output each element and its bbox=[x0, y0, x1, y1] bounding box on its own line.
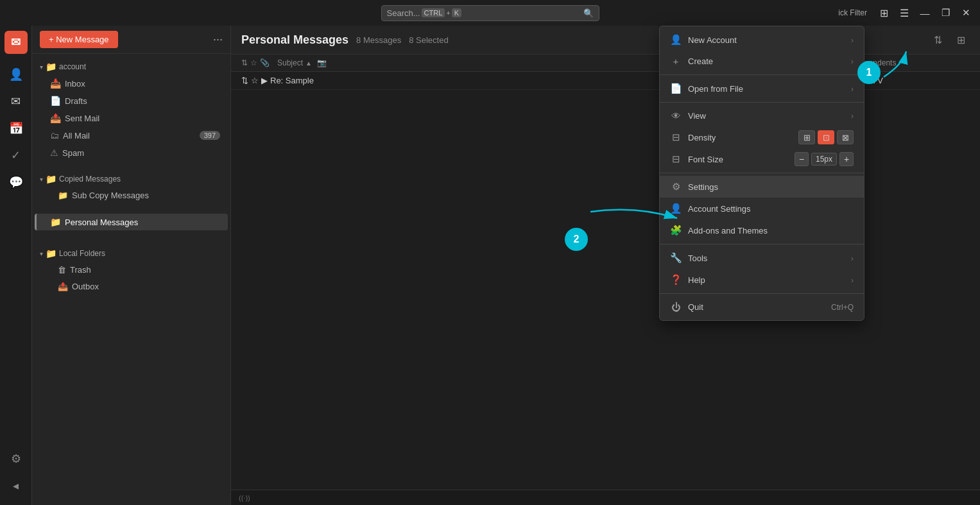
account-name: account bbox=[59, 62, 86, 71]
quit-icon: ⏻ bbox=[670, 302, 682, 312]
tools-icon: 🔧 bbox=[670, 252, 682, 264]
font-size-decrease-btn[interactable]: − bbox=[795, 152, 809, 166]
spam-icon: ⚠ bbox=[50, 148, 58, 158]
col-attach-icon: 📎 bbox=[260, 58, 270, 67]
main-content: Personal Messages 8 Messages 8 Selected … bbox=[231, 26, 980, 505]
nav-icon-calendar[interactable]: 📅 bbox=[4, 117, 28, 140]
view-label: View bbox=[688, 111, 845, 121]
view-toggle-button[interactable]: ⊞ bbox=[875, 4, 893, 22]
folder-item-sub-copy[interactable]: 📁 Sub Copy Messages bbox=[35, 187, 228, 203]
titlebar: Search... CTRL + K 🔍 ick Filter ⊞ ☰ — ❐ … bbox=[0, 0, 980, 26]
restore-button[interactable]: ❐ bbox=[936, 4, 954, 22]
close-button[interactable]: ✕ bbox=[957, 4, 975, 22]
account-settings-label: Account Settings bbox=[688, 204, 854, 214]
local-folder-icon: 📁 bbox=[46, 248, 56, 259]
folder-item-spam[interactable]: ⚠ Spam bbox=[35, 144, 228, 161]
density-spacious-btn[interactable]: ⊠ bbox=[837, 130, 854, 144]
view-arrow: › bbox=[851, 111, 854, 121]
table-header: ⇅ ☆ 📎 Subject ▲ 📷 Correspondents bbox=[231, 55, 980, 72]
expand-local-icon: ▾ bbox=[40, 250, 43, 257]
menu-item-new-account[interactable]: 👤 New Account › bbox=[660, 29, 864, 51]
density-normal-btn[interactable]: ⊡ bbox=[818, 130, 834, 144]
open-file-arrow: › bbox=[851, 84, 854, 94]
minimize-button[interactable]: — bbox=[916, 4, 934, 22]
menu-item-font-size: ⊟ Font Size − 15px + bbox=[660, 148, 864, 170]
sent-mail-icon: 📤 bbox=[50, 113, 61, 123]
divider-2 bbox=[660, 102, 864, 103]
help-arrow: › bbox=[851, 275, 854, 285]
divider-5 bbox=[660, 293, 864, 294]
font-size-increase-btn[interactable]: + bbox=[839, 152, 854, 166]
nav-icon-mail[interactable]: ✉ bbox=[4, 90, 28, 113]
col-flag-icon: ⇅ bbox=[241, 58, 248, 67]
create-prefix-icon: + bbox=[670, 56, 682, 67]
grid-view-button[interactable]: ⊞ bbox=[952, 31, 970, 49]
status-bar: ((·)) bbox=[231, 490, 980, 505]
density-compact-btn[interactable]: ⊞ bbox=[798, 130, 815, 144]
menu-item-create[interactable]: + Create › bbox=[660, 51, 864, 72]
icon-sidebar: ✉ 👤 ✉ 📅 ✓ 💬 ⚙ ◂ bbox=[0, 26, 32, 505]
nav-icon-tasks[interactable]: ✓ bbox=[4, 144, 28, 167]
copied-messages-header[interactable]: ▾ 📁 Copied Messages bbox=[32, 171, 230, 187]
more-button[interactable]: ··· bbox=[213, 33, 223, 46]
message-toolbar-right: ⇅ ⊞ bbox=[929, 31, 970, 49]
drafts-label: Drafts bbox=[65, 96, 87, 106]
divider-1 bbox=[660, 74, 864, 75]
search-bar[interactable]: Search... CTRL + K 🔍 bbox=[381, 5, 599, 21]
row-reply-icon: ⇅ bbox=[241, 76, 248, 85]
col-extra-icon: 📷 bbox=[317, 58, 327, 67]
row-expand-icon[interactable]: ▶ bbox=[261, 76, 268, 85]
new-message-button[interactable]: + New Message bbox=[40, 31, 118, 48]
sort-button[interactable]: ⇅ bbox=[929, 31, 947, 49]
folder-item-sent-mail[interactable]: 📤 Sent Mail bbox=[35, 110, 228, 126]
addons-icon: 🧩 bbox=[670, 225, 682, 236]
message-list-header: Personal Messages 8 Messages 8 Selected … bbox=[231, 26, 980, 55]
nav-icon-account[interactable]: 👤 bbox=[4, 63, 28, 86]
menu-item-help[interactable]: ❓ Help › bbox=[660, 269, 864, 291]
sub-copy-messages-label: Sub Copy Messages bbox=[72, 191, 149, 200]
folder-item-trash[interactable]: 🗑 Trash bbox=[35, 262, 228, 278]
font-size-label: Font Size bbox=[688, 155, 723, 164]
message-count: 8 Messages bbox=[356, 35, 401, 45]
shortcut-ctrl: CTRL bbox=[422, 8, 445, 17]
nav-icon-collapse[interactable]: ◂ bbox=[4, 474, 28, 497]
local-folders-header[interactable]: ▾ 📁 Local Folders bbox=[32, 246, 230, 261]
menu-item-tools[interactable]: 🔧 Tools › bbox=[660, 247, 864, 269]
wifi-icon: ((·)) bbox=[239, 494, 250, 502]
copied-messages-section: ▾ 📁 Copied Messages 📁 Sub Copy Messages bbox=[32, 171, 230, 203]
menu-item-addons-themes[interactable]: 🧩 Add-ons and Themes bbox=[660, 219, 864, 241]
nav-icon-settings[interactable]: ⚙ bbox=[4, 447, 28, 470]
account-settings-icon: 👤 bbox=[670, 203, 682, 214]
new-account-label: New Account bbox=[688, 35, 845, 45]
folder-item-all-mail[interactable]: 🗂 All Mail 397 bbox=[35, 127, 228, 144]
message-row[interactable]: ⇅ ☆ ▶ Re: Sample → Sreenath V bbox=[231, 72, 980, 90]
search-icon: 🔍 bbox=[583, 8, 594, 18]
addons-themes-label: Add-ons and Themes bbox=[688, 226, 854, 235]
search-placeholder-text: Search... bbox=[387, 8, 420, 18]
table-col-icons: ⇅ ☆ 📎 bbox=[241, 58, 270, 67]
selected-count: 8 Selected bbox=[409, 35, 448, 45]
menu-item-account-settings[interactable]: 👤 Account Settings bbox=[660, 198, 864, 219]
menu-item-open-from-file[interactable]: 📄 Open from File › bbox=[660, 78, 864, 99]
menu-item-view[interactable]: 👁 View › bbox=[660, 105, 864, 126]
quit-shortcut: Ctrl+Q bbox=[831, 303, 854, 312]
folder-item-outbox[interactable]: 📤 Outbox bbox=[35, 278, 228, 295]
all-mail-icon: 🗂 bbox=[50, 130, 59, 141]
folder-item-inbox[interactable]: 📥 Inbox bbox=[35, 75, 228, 92]
create-label: Create bbox=[688, 56, 845, 66]
subject-label: Subject bbox=[277, 58, 303, 67]
folder-item-personal-messages[interactable]: 📁 Personal Messages bbox=[35, 214, 228, 230]
menu-item-quit[interactable]: ⏻ Quit Ctrl+Q bbox=[660, 296, 864, 318]
hamburger-menu-button[interactable]: ☰ bbox=[895, 4, 913, 22]
local-folders-label: Local Folders bbox=[59, 249, 105, 258]
empty-area bbox=[231, 90, 980, 490]
account-section-header[interactable]: ▾ 📁 account bbox=[32, 59, 230, 74]
quick-filter-label: ick Filter bbox=[838, 8, 867, 17]
outbox-icon: 📤 bbox=[58, 282, 68, 291]
nav-icon-chat[interactable]: 💬 bbox=[4, 171, 28, 194]
trash-label: Trash bbox=[70, 265, 91, 275]
sort-indicator: ▲ bbox=[305, 60, 312, 67]
folder-item-drafts[interactable]: 📄 Drafts bbox=[35, 92, 228, 109]
row-star-icon: ☆ bbox=[251, 76, 259, 85]
menu-item-settings[interactable]: ⚙ Settings bbox=[660, 176, 864, 198]
